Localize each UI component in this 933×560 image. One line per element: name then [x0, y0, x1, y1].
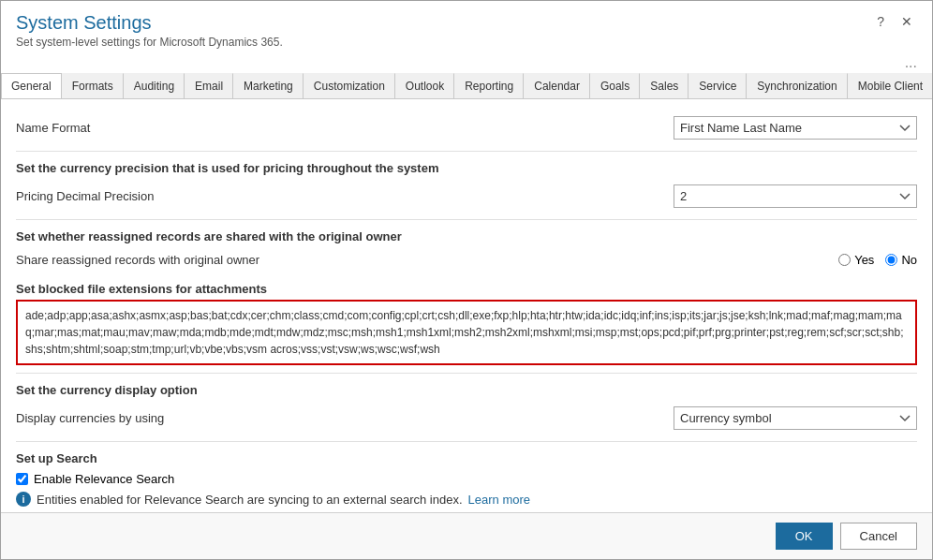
title-bar-left: System Settings Set system-level setting… [16, 12, 283, 49]
currency-display-row: Display currencies by using Currency sym… [16, 401, 917, 435]
blocked-extensions-box[interactable]: ade;adp;app;asa;ashx;asmx;asp;bas;bat;cd… [16, 300, 917, 365]
divider-1 [16, 151, 917, 152]
reassigned-row: Share reassigned records with original o… [16, 247, 917, 273]
currency-precision-heading: Set the currency precision that is used … [16, 161, 917, 175]
tab-auditing[interactable]: Auditing [124, 73, 185, 98]
enable-relevance-checkbox[interactable] [16, 473, 28, 485]
learn-more-link[interactable]: Learn more [468, 493, 530, 507]
ellipsis-bar: ... [1, 52, 932, 73]
title-bar: System Settings Set system-level setting… [1, 1, 932, 52]
reassigned-no-radio[interactable] [885, 254, 897, 266]
tab-email[interactable]: Email [185, 73, 233, 98]
divider-4 [16, 441, 917, 442]
blocked-extensions-value: ade;adp;app;asa;ashx;asmx;asp;bas;bat;cd… [25, 309, 904, 356]
reassigned-heading: Set whether reassigned records are share… [16, 229, 917, 243]
help-button[interactable]: ? [872, 12, 889, 31]
currency-display-heading: Set the currency display option [16, 383, 917, 397]
reassigned-no-text: No [901, 253, 917, 267]
name-format-select[interactable]: First Name Last Name Last Name First Nam… [674, 116, 917, 140]
syncing-info-row: i Entities enabled for Relevance Search … [16, 489, 917, 509]
search-heading: Set up Search [16, 451, 917, 465]
tab-general[interactable]: General [1, 73, 62, 99]
close-button[interactable]: ✕ [896, 12, 917, 31]
currency-precision-control: 0 1 2 3 4 [674, 184, 917, 208]
tab-service[interactable]: Service [689, 73, 747, 98]
cancel-button[interactable]: Cancel [840, 523, 917, 550]
name-format-row: Name Format First Name Last Name Last Na… [16, 111, 917, 145]
tab-outlook[interactable]: Outlook [395, 73, 454, 98]
currency-display-select[interactable]: Currency symbol Currency code [674, 406, 917, 430]
tab-mobile-client[interactable]: Mobile Client [848, 73, 932, 98]
ellipsis-icon: ... [905, 54, 917, 70]
divider-3 [16, 373, 917, 374]
tab-marketing[interactable]: Marketing [233, 73, 304, 98]
reassigned-yes-label[interactable]: Yes [838, 253, 874, 267]
system-settings-dialog: System Settings Set system-level setting… [0, 0, 933, 560]
footer-bar: OK Cancel [1, 512, 932, 559]
content-area: Name Format First Name Last Name Last Na… [1, 99, 932, 512]
tab-goals[interactable]: Goals [590, 73, 640, 98]
tab-customization[interactable]: Customization [304, 73, 395, 98]
tab-formats[interactable]: Formats [62, 73, 124, 98]
window-controls: ? ✕ [872, 12, 917, 31]
divider-2 [16, 219, 917, 220]
currency-precision-label: Pricing Decimal Precision [16, 189, 154, 203]
dialog-subtitle: Set system-level settings for Microsoft … [16, 36, 283, 49]
dialog-title: System Settings [16, 12, 283, 34]
tab-calendar[interactable]: Calendar [524, 73, 590, 98]
subtitle-text: Set system-level settings for Microsoft … [16, 36, 283, 49]
name-format-label: Name Format [16, 121, 90, 135]
reassigned-yes-radio[interactable] [838, 254, 851, 266]
ok-button[interactable]: OK [776, 523, 833, 550]
reassigned-no-label[interactable]: No [885, 253, 917, 267]
reassigned-radio-group: Yes No [838, 253, 917, 267]
tab-synchronization[interactable]: Synchronization [747, 73, 847, 98]
blocked-extensions-heading: Set blocked file extensions for attachme… [16, 282, 917, 296]
enable-relevance-row: Enable Relevance Search [16, 469, 917, 489]
syncing-info-text: Entities enabled for Relevance Search ar… [37, 493, 463, 507]
tabs-row: General Formats Auditing Email Marketing… [1, 73, 932, 99]
currency-display-control: Currency symbol Currency code [674, 406, 917, 430]
currency-precision-select[interactable]: 0 1 2 3 4 [674, 184, 917, 208]
name-format-control: First Name Last Name Last Name First Nam… [674, 116, 917, 140]
reassigned-yes-text: Yes [854, 253, 874, 267]
tab-reporting[interactable]: Reporting [454, 73, 524, 98]
enable-relevance-label: Enable Relevance Search [34, 472, 174, 486]
currency-display-label: Display currencies by using [16, 411, 164, 425]
tab-sales[interactable]: Sales [640, 73, 689, 98]
info-icon: i [16, 492, 31, 507]
reassigned-label: Share reassigned records with original o… [16, 253, 259, 267]
currency-precision-row: Pricing Decimal Precision 0 1 2 3 4 [16, 179, 917, 214]
